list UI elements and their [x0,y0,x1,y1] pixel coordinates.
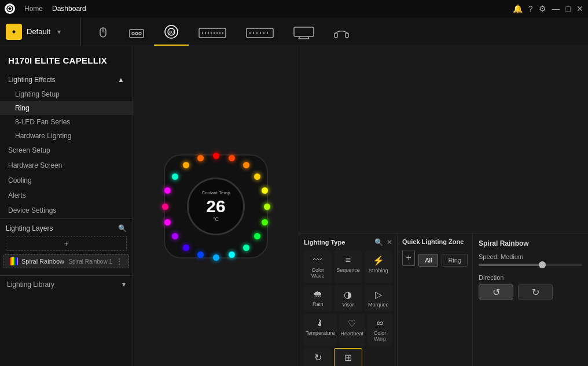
quick-zone-title: Quick Lighting Zone [402,238,464,245]
speed-slider-track [479,264,582,266]
close-button[interactable]: ✕ [576,4,583,13]
sidebar-item-hardware-lighting[interactable]: Hardware Lighting [0,129,133,143]
sidebar-item-screen-setup[interactable]: Screen Setup [0,143,133,158]
direction-cw-button[interactable]: ↻ [518,284,553,300]
effect-label: Color Warp [369,330,391,342]
lighting-type-panel: Lighting Type 🔍 ✕ 〰 Color Wave [299,234,398,366]
profile-selector[interactable]: Default ▾ [6,17,81,46]
color-wave-icon: 〰 [313,255,322,265]
restore-button[interactable]: □ [566,4,571,13]
lighting-close-icon[interactable]: ✕ [387,238,392,246]
effects-partial-row: 〰 Color Wave ≡ Sequence ⚡ Strobing [304,251,392,283]
top-spacer [299,46,588,233]
led-dot-9 [229,252,235,258]
lighting-search-icon[interactable]: 🔍 [374,238,383,246]
settings-icon[interactable]: ⚙ [539,4,546,13]
zone-add-button[interactable]: + [402,250,415,266]
lighting-layers-section: Lighting Layers 🔍 + Spiral Rainbow Spira… [0,218,133,275]
lighting-type-title: Lighting Type [304,239,345,246]
effect-rain[interactable]: 🌧 Rain [304,285,332,312]
spiral-rainbow-panel: Spiral Rainbow Speed: Medium Direction ↺… [473,234,588,366]
quick-zone-header: Quick Lighting Zone [402,238,468,245]
device-tab-pump[interactable]: 80 [154,17,189,46]
screen-label: Coolant Temp [201,190,230,195]
screen-temperature: 26 [206,197,225,216]
temperature-icon: 🌡 [315,318,325,328]
zone-btn-all[interactable]: All [418,254,438,267]
lighting-library-label: Lighting Library [7,280,54,289]
effect-label: Marquee [368,302,389,308]
device-tab-mouse[interactable] [87,17,119,46]
zone-btn-ring[interactable]: Ring [442,254,468,267]
sequence-icon: ≡ [346,255,351,265]
effect-color-wave[interactable]: 〰 Color Wave [304,251,332,283]
sidebar-item-lighting-setup[interactable]: Lighting Setup [0,87,133,101]
title-bar-icons: 🔔 ? ⚙ — □ ✕ [513,4,583,13]
speed-slider-fill [479,264,541,266]
device-tab-keyboard2[interactable] [236,17,284,46]
lighting-type-header: Lighting Type 🔍 ✕ [304,238,392,246]
title-bar-left: Home Dashboard [5,3,86,14]
add-layer-button[interactable]: + [6,236,127,251]
led-dot-13 [172,233,178,239]
led-dot-19 [197,155,204,161]
rotary-stack-icon: ↻ [314,352,322,363]
sidebar-item-ring[interactable]: Ring [0,101,133,115]
screen-unit: °C [213,216,219,222]
app-logo [5,3,15,14]
direction-label: Direction [479,274,582,281]
effect-rotary-stack[interactable]: ↻ Rotary Stack [304,348,332,366]
notification-icon[interactable]: 🔔 [513,4,523,13]
speed-slider-thumb[interactable] [539,261,546,268]
lighting-effects-chevron: ▲ [117,76,124,84]
layer-more-icon[interactable]: ⋮ [116,257,123,265]
help-icon[interactable]: ? [528,4,533,13]
device-preview-container: Coolant Temp 26 °C [158,149,274,264]
layers-title: Lighting Layers [6,224,53,232]
effects-row4: ↻ Rotary Stack ⊞ Screen Light... [304,348,392,366]
layers-search-icon[interactable]: 🔍 [118,224,127,232]
nav-home[interactable]: Home [24,5,43,13]
visor-icon: ◑ [344,289,352,300]
effect-sequence[interactable]: ≡ Sequence [334,251,362,283]
led-dot-5 [264,204,270,210]
device-screen: Coolant Temp 26 °C [187,178,245,235]
title-bar-nav: Home Dashboard [24,5,86,13]
led-dot-18 [183,162,189,168]
effect-heartbeat[interactable]: ♡ Heartbeat [339,314,366,346]
sidebar-item-device-settings[interactable]: Device Settings [0,203,133,218]
device-tab-hub[interactable] [119,17,154,46]
lighting-type-icons: 🔍 ✕ [374,238,392,246]
effect-strobing[interactable]: ⚡ Strobing [365,251,392,283]
speed-slider[interactable] [479,264,582,266]
center-panel: Coolant Temp 26 °C [133,46,299,366]
led-dot-6 [262,219,268,225]
sidebar-item-alerts[interactable]: Alerts [0,188,133,203]
device-tab-headset[interactable] [324,17,359,46]
device-tab-keyboard1[interactable] [189,17,236,46]
device-tab-monitor[interactable] [284,17,324,46]
layer-item[interactable]: Spiral Rainbow Spiral Rainbow 1 ⋮ [3,254,129,268]
effect-visor[interactable]: ◑ Visor [334,285,362,312]
sidebar-lighting-effects[interactable]: Lighting Effects ▲ [0,72,133,87]
nav-dashboard[interactable]: Dashboard [52,5,86,13]
content-area: Coolant Temp 26 °C Lighting Type 🔍 [133,46,588,366]
screen-light-icon: ⊞ [344,352,352,363]
direction-ccw-button[interactable]: ↺ [479,284,513,300]
led-dot-16 [164,187,171,194]
quick-zone-controls: + All Ring [402,250,468,271]
effect-label: Rain [313,301,324,307]
effects-row3: 🌡 Temperature ♡ Heartbeat ∞ Color Warp [304,314,392,346]
effect-screen-lighting[interactable]: ⊞ Screen Light... [334,348,362,366]
sidebar-item-hardware-screen[interactable]: Hardware Screen [0,158,133,173]
minimize-button[interactable]: — [552,4,560,13]
effect-color-warp[interactable]: ∞ Color Warp [368,314,392,346]
sidebar-item-cooling[interactable]: Cooling [0,173,133,188]
lighting-library[interactable]: Lighting Library ▾ [0,275,133,293]
effect-marquee[interactable]: ▷ Marquee [365,285,392,312]
effect-label: Strobing [369,268,388,273]
effect-temperature[interactable]: 🌡 Temperature [304,314,337,346]
heartbeat-icon: ♡ [348,318,356,329]
sidebar-item-8led-fan[interactable]: 8-LED Fan Series [0,115,133,129]
marquee-icon: ▷ [375,289,382,300]
